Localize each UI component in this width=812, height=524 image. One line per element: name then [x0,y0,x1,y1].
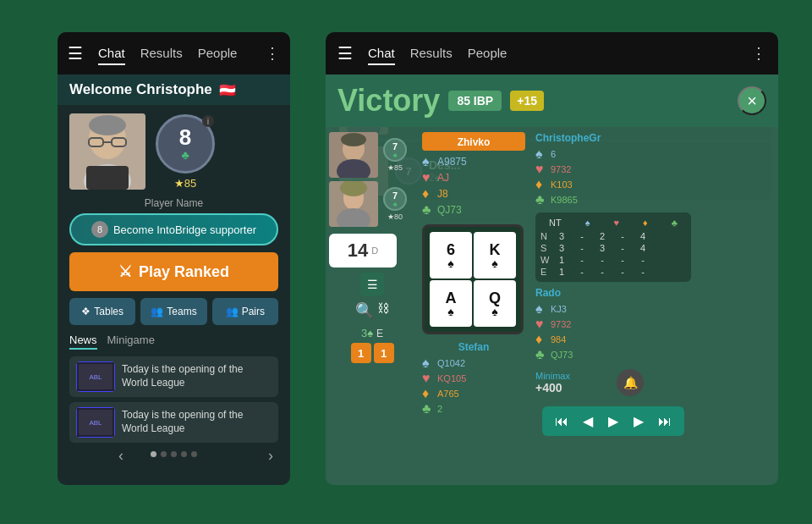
tables-button[interactable]: ❖ Tables [69,298,135,325]
spade-icon-rado: ♠ [535,301,547,317]
teams-icon: 👥 [151,306,163,317]
left-nav-tabs: Chat Results People [98,42,237,65]
stars-ste: ★85 [387,163,403,172]
tab-people-right[interactable]: People [468,42,508,65]
stars-des: ★80 [387,212,403,221]
rado-label: Rado [535,287,691,299]
supporter-label: Become IntoBridge supporter [113,223,256,236]
svg-point-2 [89,115,126,135]
carousel-prev-button[interactable]: ‹ [118,447,123,465]
stars-value: ★85 [174,177,196,190]
playback-first-button[interactable]: ⏮ [551,412,572,431]
game-area: 7 Ste... 3♠... 7 Des... [326,74,778,485]
hamburger-icon-right[interactable]: ☰ [337,43,353,63]
playback-prev-button[interactable]: ◀ [579,411,596,431]
svg-point-24 [341,133,366,146]
spade-icon-stefan: ♠ [422,356,434,371]
bid-val: - [635,255,650,265]
bid-val: - [615,231,630,241]
tab-results-left[interactable]: Results [140,42,183,65]
score-row: ♦ J8 [422,186,525,201]
chris-spades: 6 [551,149,556,159]
contract-menu-button[interactable]: ☰ [360,273,384,296]
christophe-label: ChristopheGr [535,132,691,144]
supporter-button[interactable]: 8 Become IntoBridge supporter [69,213,278,245]
bid-vals-n: 3 - 2 - 4 [554,231,650,241]
tab-minigame[interactable]: Minigame [107,332,155,350]
stefan-hearts: KQ105 [437,373,466,383]
level-number: 8 [179,126,191,148]
vplayer-photo-des [329,181,378,227]
flag-icon: 🇦🇹 [219,82,236,98]
tab-chat-right[interactable]: Chat [368,42,395,65]
level-badge: i 8 ♣ [156,114,215,174]
score-row: ♥ AJ [422,170,525,185]
more-options-icon-right[interactable]: ⋮ [751,44,766,63]
card-suit-tr: ♠ [491,257,497,269]
bid-val: - [615,255,630,265]
teams-button[interactable]: 👥 Teams [140,298,206,325]
bid-val: - [574,255,590,265]
search-icon[interactable]: 🔍 [355,301,374,320]
playback-play-button[interactable]: ▶ [605,411,622,431]
spade-suit-icon: ♠ [422,154,434,169]
playback-next-button[interactable]: ▶ [630,411,647,431]
club-suit-icon-zh: ♣ [422,202,434,218]
news-item[interactable]: ABL Today is the opening of the World Le… [69,402,278,443]
tab-chat-left[interactable]: Chat [98,42,125,65]
bid-val: 3 [595,243,610,253]
level-badge-des: 7♣ [383,187,407,211]
carousel-dots [69,451,278,457]
diamond-icon-c: ♦ [535,177,547,192]
tab-results-right[interactable]: Results [410,42,453,65]
rado-hand: Rado ♠ KJ3 ♥ 9732 ♦ 984 [535,287,691,362]
zhivko-name: Zhivko [458,136,491,148]
action-buttons: ❖ Tables 👥 Teams 👥 Pairs [69,298,278,325]
score-row: ♣ 2 [422,401,525,416]
pairs-label: Pairs [242,306,265,317]
swords-icon: ⚔ [118,262,132,281]
playback-last-button[interactable]: ⏭ [655,412,675,431]
svg-text:ABL: ABL [89,373,102,381]
dot [151,451,156,457]
bid-table: NT ♠ ♥ ♦ ♣ N 3 - [535,212,691,282]
play-ranked-button[interactable]: ⚔ Play Ranked [69,252,278,291]
play-ranked-label: Play Ranked [139,263,229,281]
diamond-icon-rado: ♦ [535,332,547,347]
contract-tools: ☰ [329,273,415,296]
link-icon[interactable]: ⛓ [377,301,389,320]
news-item[interactable]: ABL Today is the opening of the World Le… [69,356,278,397]
vplayer-badge-ste: 7♣ ★85 [383,138,407,172]
carousel-next-button[interactable]: › [268,447,273,465]
card-bottom-right: Q ♠ [474,280,516,327]
more-options-icon[interactable]: ⋮ [265,44,280,63]
welcome-text: Welcome Christophe [69,81,212,98]
spade-icon-c: ♠ [535,146,547,162]
heart-icon-stefan: ♥ [422,371,434,386]
victory-overlay: Victory 85 IBP +15 × [326,74,778,485]
bid-vals-s: 3 - 3 - 4 [554,243,650,253]
pairs-button[interactable]: 👥 Pairs [212,298,278,325]
hamburger-icon[interactable]: ☰ [68,43,83,63]
stefan-clubs: 2 [437,404,442,414]
zhivko-spades: A9875 [437,156,467,168]
bid-val: - [595,255,610,265]
bid-val: 1 [554,267,569,277]
tab-people-left[interactable]: People [198,42,238,65]
avatar [69,113,145,190]
zhivko-hearts: AJ [437,172,449,184]
score-row: ♥ 9732 [535,162,691,177]
tab-news[interactable]: News [69,332,97,350]
zhivko-hand: ♠ A9875 ♥ AJ ♦ J8 ♣ QJ73 [422,154,525,218]
victory-close-button[interactable]: × [738,86,766,115]
level-badge-ste: 7♣ [383,138,407,162]
stefan-diamonds: A765 [437,389,459,399]
vplayer-photo-ste [329,132,378,178]
tables-label: Tables [94,306,123,317]
pairs-icon: 👥 [226,306,239,317]
bid-val: - [595,267,610,277]
dot [161,451,167,457]
left-panel: ☰ Chat Results People ⋮ Welcome Christop… [58,32,290,485]
score-row: ♥ 9732 [535,317,691,332]
bid-val: - [615,243,630,253]
